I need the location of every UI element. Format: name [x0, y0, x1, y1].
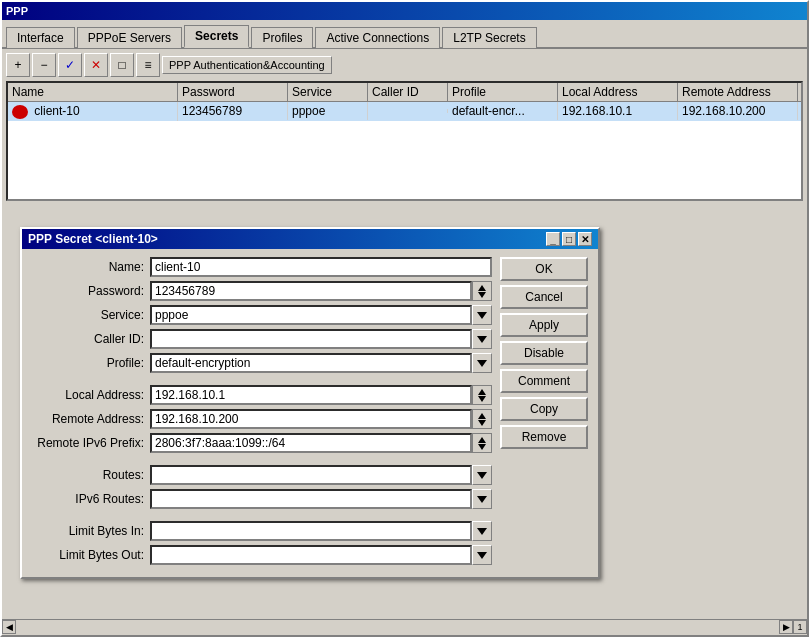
local-address-row: Local Address: — [30, 385, 492, 405]
service-container: pppoe — [150, 305, 492, 325]
service-label: Service: — [30, 308, 150, 322]
limit-bytes-in-dropdown-button[interactable] — [472, 521, 492, 541]
remote-address-label: Remote Address: — [30, 412, 150, 426]
cancel-button[interactable]: Cancel — [500, 285, 588, 309]
remove-button[interactable]: − — [32, 53, 56, 77]
title-bar: PPP — [2, 2, 807, 20]
profile-container: default-encryption — [150, 353, 492, 373]
remote-ipv6-input[interactable] — [150, 433, 472, 453]
password-row: Password: — [30, 281, 492, 301]
cell-caller-id — [368, 109, 448, 113]
dialog-form: Name: Password: Servic — [30, 257, 492, 569]
copy-button[interactable]: Copy — [500, 397, 588, 421]
cell-remote-address: 192.168.10.200 — [678, 102, 798, 120]
row-status-icon — [12, 105, 28, 119]
dropdown-arrow-icon — [477, 312, 487, 319]
remote-address-input[interactable] — [150, 409, 472, 429]
name-row: Name: — [30, 257, 492, 277]
tab-secrets[interactable]: Secrets — [184, 25, 249, 48]
routes-input[interactable] — [150, 465, 472, 485]
dialog-minimize-button[interactable]: _ — [546, 232, 560, 246]
remote-address-spin-button[interactable] — [472, 409, 492, 429]
routes-container — [150, 465, 492, 485]
local-address-spin-button[interactable] — [472, 385, 492, 405]
service-row: Service: pppoe — [30, 305, 492, 325]
auth-label: PPP Authentication&Accounting — [162, 56, 332, 74]
ipv6-routes-input[interactable] — [150, 489, 472, 509]
service-dropdown-button[interactable] — [472, 305, 492, 325]
remote-ipv6-spin-button[interactable] — [472, 433, 492, 453]
apply-button[interactable]: Apply — [500, 313, 588, 337]
page-indicator: 1 — [793, 620, 807, 634]
remote-ipv6-label: Remote IPv6 Prefix: — [30, 436, 150, 450]
name-input[interactable] — [150, 257, 492, 277]
limit-bytes-out-input[interactable] — [150, 545, 472, 565]
limit-bytes-out-row: Limit Bytes Out: — [30, 545, 492, 565]
remote-address-row: Remote Address: — [30, 409, 492, 429]
arrow-up-icon2 — [478, 389, 486, 395]
dialog-content: Name: Password: Servic — [22, 249, 598, 577]
table-row[interactable]: client-10 123456789 pppoe default-encr..… — [8, 102, 801, 121]
dialog-close-button[interactable]: ✕ — [578, 232, 592, 246]
profile-dropdown-button[interactable] — [472, 353, 492, 373]
password-label: Password: — [30, 284, 150, 298]
routes-dropdown-button[interactable] — [472, 465, 492, 485]
tab-bar: Interface PPPoE Servers Secrets Profiles… — [2, 20, 807, 49]
limit-bytes-out-dropdown-button[interactable] — [472, 545, 492, 565]
ok-button[interactable]: OK — [500, 257, 588, 281]
x-button[interactable]: ✕ — [84, 53, 108, 77]
tab-active-connections[interactable]: Active Connections — [315, 27, 440, 48]
cell-local-address: 192.168.10.1 — [558, 102, 678, 120]
profile-row: Profile: default-encryption — [30, 353, 492, 373]
ipv6-routes-dropdown-button[interactable] — [472, 489, 492, 509]
arrow-down-icon3 — [478, 420, 486, 426]
ipv6-routes-container — [150, 489, 492, 509]
scroll-left-button[interactable]: ◀ — [2, 620, 16, 634]
dialog-buttons: OK Cancel Apply Disable Comment Copy — [500, 257, 590, 569]
caller-id-input[interactable] — [150, 329, 472, 349]
filter-button[interactable]: ≡ — [136, 53, 160, 77]
cell-name: client-10 — [8, 102, 178, 121]
limit-bytes-in-label: Limit Bytes In: — [30, 524, 150, 538]
col-local-address: Local Address — [558, 83, 678, 101]
scroll-right-button[interactable]: ▶ — [779, 620, 793, 634]
password-input[interactable] — [150, 281, 472, 301]
spacer3 — [30, 513, 492, 521]
caller-id-row: Caller ID: — [30, 329, 492, 349]
password-spin-button[interactable] — [472, 281, 492, 301]
profile-label: Profile: — [30, 356, 150, 370]
dialog-maximize-button[interactable]: □ — [562, 232, 576, 246]
dropdown-arrow-icon4 — [477, 472, 487, 479]
tab-pppoe-servers[interactable]: PPPoE Servers — [77, 27, 182, 48]
col-caller-id: Caller ID — [368, 83, 448, 101]
local-address-input[interactable] — [150, 385, 472, 405]
col-password: Password — [178, 83, 288, 101]
caller-id-dropdown-button[interactable] — [472, 329, 492, 349]
password-field-container — [150, 281, 492, 301]
local-address-label: Local Address: — [30, 388, 150, 402]
tab-l2tp-secrets[interactable]: L2TP Secrets — [442, 27, 536, 48]
spacer2 — [30, 457, 492, 465]
limit-bytes-in-input[interactable] — [150, 521, 472, 541]
ipv6-routes-label: IPv6 Routes: — [30, 492, 150, 506]
disable-button[interactable]: Disable — [500, 341, 588, 365]
check-button[interactable]: ✓ — [58, 53, 82, 77]
limit-bytes-out-container — [150, 545, 492, 565]
col-remote-address: Remote Address — [678, 83, 798, 101]
statusbar: ◀ ▶ 1 — [2, 619, 807, 635]
service-input[interactable]: pppoe — [150, 305, 472, 325]
copy-toolbar-button[interactable]: □ — [110, 53, 134, 77]
remove-button[interactable]: Remove — [500, 425, 588, 449]
col-service: Service — [288, 83, 368, 101]
caller-id-label: Caller ID: — [30, 332, 150, 346]
remote-address-container — [150, 409, 492, 429]
window-title: PPP — [6, 5, 28, 17]
comment-button[interactable]: Comment — [500, 369, 588, 393]
tab-interface[interactable]: Interface — [6, 27, 75, 48]
limit-bytes-in-container — [150, 521, 492, 541]
routes-row: Routes: — [30, 465, 492, 485]
tab-profiles[interactable]: Profiles — [251, 27, 313, 48]
profile-input[interactable]: default-encryption — [150, 353, 472, 373]
add-button[interactable]: + — [6, 53, 30, 77]
dialog-title-bar: PPP Secret <client-10> _ □ ✕ — [22, 229, 598, 249]
